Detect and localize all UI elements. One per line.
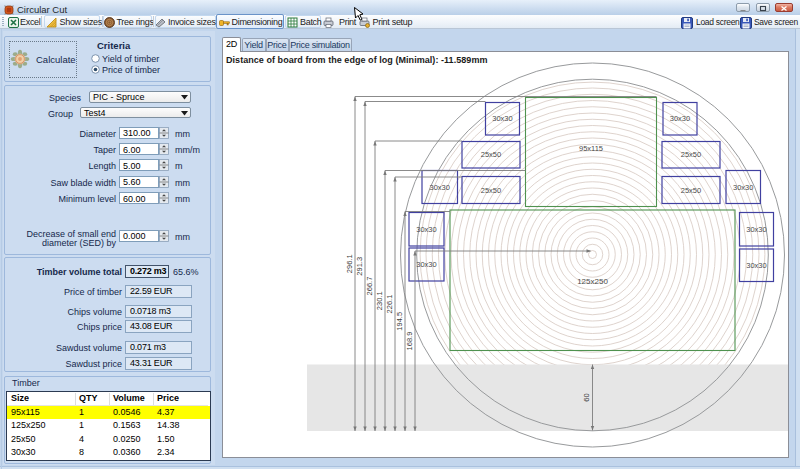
- svg-text:25x50: 25x50: [681, 150, 701, 159]
- svg-text:25x50: 25x50: [681, 186, 701, 195]
- svg-text:25x50: 25x50: [481, 150, 501, 159]
- svg-text:30x30: 30x30: [733, 183, 753, 192]
- svg-text:95x115: 95x115: [579, 144, 603, 153]
- svg-text:266.7: 266.7: [365, 277, 374, 296]
- svg-text:30x30: 30x30: [430, 183, 450, 192]
- svg-text:30x30: 30x30: [746, 225, 766, 234]
- svg-text:25x50: 25x50: [481, 186, 501, 195]
- svg-text:30x30: 30x30: [492, 114, 512, 123]
- svg-text:30x30: 30x30: [416, 225, 436, 234]
- svg-text:230.1: 230.1: [375, 291, 384, 310]
- svg-text:125x250: 125x250: [577, 277, 608, 286]
- svg-text:30x30: 30x30: [416, 260, 436, 269]
- svg-text:30x30: 30x30: [746, 261, 766, 270]
- svg-text:296.1: 296.1: [345, 254, 354, 273]
- svg-text:194.5: 194.5: [395, 312, 404, 331]
- svg-text:30x30: 30x30: [670, 114, 690, 123]
- svg-text:226.1: 226.1: [385, 295, 394, 314]
- svg-text:60: 60: [582, 393, 591, 401]
- svg-text:168.9: 168.9: [405, 332, 414, 351]
- svg-text:291.3: 291.3: [355, 257, 364, 276]
